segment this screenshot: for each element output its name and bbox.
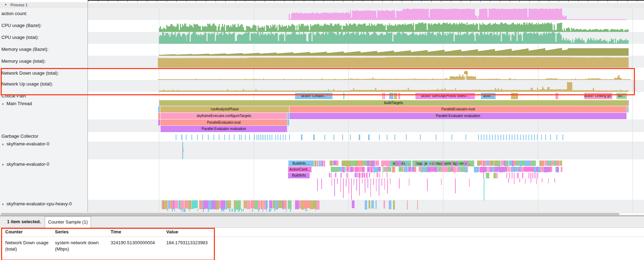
evaluator2-slice[interactable] <box>551 160 554 166</box>
evaluator2-slice[interactable] <box>357 173 358 177</box>
evaluator2-slice[interactable] <box>347 173 348 178</box>
evaluator2-slice[interactable] <box>383 167 384 172</box>
cpu-heavy-slice[interactable] <box>269 200 272 208</box>
gc-tick[interactable] <box>436 135 436 140</box>
evaluator2-callstack-line[interactable] <box>356 178 357 191</box>
cpu-heavy-slice[interactable] <box>316 200 320 210</box>
gc-tick[interactable] <box>481 135 482 140</box>
gc-tick[interactable] <box>492 135 493 140</box>
cpu-heavy-slice[interactable] <box>254 200 258 209</box>
counter-chart-cpu-bazel[interactable] <box>158 20 634 32</box>
cpu-heavy-subtick[interactable] <box>167 209 168 211</box>
evaluator2-slice[interactable] <box>392 167 395 172</box>
gc-tick[interactable] <box>342 135 343 140</box>
cpu-heavy-subtick[interactable] <box>252 209 253 212</box>
cpu-heavy-slice[interactable] <box>180 200 183 210</box>
cpu-heavy-slice[interactable] <box>260 200 263 209</box>
evaluator2-callstack-line[interactable] <box>536 178 537 184</box>
main-thread-parallel-evaluator-evaluation[interactable]: Parallel Evaluator evaluation <box>161 126 287 132</box>
evaluator2-slice[interactable] <box>505 167 507 172</box>
cpu-heavy-subtick[interactable] <box>266 209 267 211</box>
critical-path-slice[interactable] <box>389 93 393 99</box>
cpu-heavy-subtick[interactable] <box>185 209 186 212</box>
evaluator2-slice[interactable] <box>341 173 342 178</box>
evaluator2-slice[interactable] <box>336 160 338 166</box>
main-thread-slice[interactable] <box>158 106 160 112</box>
evaluator2-slice[interactable] <box>534 173 534 178</box>
critical-path-action-genobjcprotos-video-[interactable]: action 'GenObjcProtos video/... <box>415 93 475 99</box>
evaluator2-slice[interactable] <box>335 173 336 177</box>
evaluator2-slice[interactable] <box>456 167 459 172</box>
gc-tick[interactable] <box>208 135 209 140</box>
gc-tick[interactable] <box>528 135 529 140</box>
evaluator2-slice[interactable] <box>556 167 559 172</box>
evaluator2-slice[interactable] <box>517 173 518 178</box>
cpu-heavy-slice[interactable] <box>295 200 299 209</box>
gc-tick[interactable] <box>229 135 230 140</box>
evaluator2-slice[interactable] <box>506 173 507 178</box>
gc-tick[interactable] <box>534 135 535 140</box>
evaluator2-slice[interactable] <box>351 160 355 166</box>
evaluator2-slice[interactable] <box>435 160 436 166</box>
gc-tick[interactable] <box>495 135 496 140</box>
evaluator2-slice[interactable] <box>368 167 370 172</box>
cpu-heavy-subtick[interactable] <box>183 209 183 212</box>
evaluator2-slice[interactable] <box>513 160 516 166</box>
evaluator2-slice[interactable] <box>461 167 465 172</box>
cpu-heavy-slice[interactable] <box>205 200 209 209</box>
gc-tick[interactable] <box>191 135 192 140</box>
gc-tick[interactable] <box>531 135 532 140</box>
evaluator2-callstack-line[interactable] <box>354 178 354 185</box>
evaluator2-slice[interactable] <box>501 160 504 166</box>
evaluator2-slice[interactable] <box>387 173 387 178</box>
evaluator2-slice[interactable] <box>486 160 489 166</box>
collapse-triangle-icon[interactable]: ▾ <box>2 143 4 146</box>
gc-tick[interactable] <box>500 135 501 140</box>
gc-tick[interactable] <box>176 135 176 140</box>
gc-tick[interactable] <box>537 135 538 140</box>
gc-tick[interactable] <box>313 135 315 140</box>
gc-tick[interactable] <box>509 135 510 140</box>
evaluator2-slice[interactable] <box>369 173 370 177</box>
gc-tick[interactable] <box>241 135 241 140</box>
cpu-heavy-subtick[interactable] <box>274 209 275 211</box>
evaluator2-slice[interactable] <box>498 160 501 166</box>
evaluator2-slice[interactable] <box>537 173 538 178</box>
evaluator2-callstack-line[interactable] <box>484 178 484 200</box>
evaluator2-buildinfo-[interactable]: BuildInfo ... <box>288 160 314 166</box>
gc-tick[interactable] <box>245 135 246 140</box>
evaluator2-callstack-line[interactable] <box>368 178 368 188</box>
evaluator2-slice[interactable] <box>438 167 441 172</box>
gc-tick[interactable] <box>517 135 518 140</box>
cpu-heavy-subtick[interactable] <box>315 209 316 211</box>
cpu-heavy-subtick[interactable] <box>305 209 306 211</box>
evaluator2-slice[interactable] <box>362 173 363 178</box>
evaluator2-slice[interactable] <box>371 160 375 166</box>
evaluator2-slice[interactable] <box>522 173 523 178</box>
cpu-heavy-slice[interactable] <box>352 200 355 208</box>
evaluator2-slice[interactable] <box>443 160 444 166</box>
gc-tick[interactable] <box>562 135 563 140</box>
gc-tick[interactable] <box>359 135 360 140</box>
cpu-heavy-subtick[interactable] <box>181 209 182 212</box>
track-label-cpu-usage-bazel-[interactable]: CPU usage (Bazel): <box>1 23 42 28</box>
evaluator2-slice[interactable] <box>444 167 448 172</box>
collapse-triangle-icon[interactable]: ▾ <box>2 102 4 106</box>
cpu-heavy-slice[interactable] <box>208 200 211 210</box>
main-thread-slice[interactable] <box>287 119 289 125</box>
evaluator2-slice[interactable] <box>317 160 318 166</box>
evaluator2-buildinfo[interactable]: BuildInfo <box>288 173 310 178</box>
evaluator2-slice[interactable] <box>364 173 365 178</box>
cpu-heavy-slice[interactable] <box>291 200 292 209</box>
evaluator2-slice[interactable] <box>511 167 514 172</box>
evaluator2-slice[interactable] <box>350 167 353 172</box>
evaluator2-slice[interactable] <box>402 167 403 172</box>
cpu-heavy-slice[interactable] <box>407 200 408 210</box>
evaluator2-callstack-line[interactable] <box>409 178 410 186</box>
evaluator2-slice[interactable] <box>483 173 484 178</box>
gc-tick[interactable] <box>224 135 225 140</box>
cpu-heavy-slice[interactable] <box>164 200 168 209</box>
evaluator2-slice[interactable] <box>383 173 383 177</box>
evaluator2-slice[interactable] <box>329 173 330 177</box>
main-thread-parallelevaluator-eval[interactable]: ParallelEvaluator.eval <box>161 119 287 125</box>
